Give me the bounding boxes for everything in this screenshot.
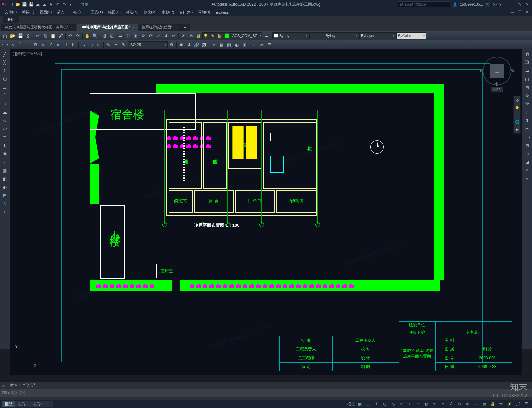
dim-linear-icon[interactable]: ⟷ (1, 41, 9, 48)
circle-icon[interactable]: ○ (1, 100, 9, 108)
arc-icon[interactable]: ⌒ (1, 92, 9, 100)
file-tab-2[interactable]: 氨系统双级流程图*× (138, 24, 181, 31)
doc-close-button[interactable]: ✕ (525, 10, 532, 14)
model-paper-toggle[interactable]: 模型 (347, 401, 355, 407)
web-save-icon[interactable]: ☁ (41, 1, 47, 7)
redo-icon[interactable]: ↷ (74, 32, 81, 39)
dim-angular-icon[interactable]: ∠ (47, 41, 55, 48)
break-icon[interactable]: ⊟ (523, 141, 531, 149)
menu-help[interactable]: 帮助(H) (195, 10, 213, 15)
paste-icon[interactable]: 📋 (49, 32, 57, 39)
rotate-icon[interactable]: ⟳ (523, 100, 531, 108)
new-icon[interactable]: ▢ (8, 1, 14, 7)
ellipse-arc-icon[interactable]: ⊃ (1, 133, 9, 141)
array-icon[interactable]: ⊞ (523, 83, 531, 91)
cycling-icon[interactable]: ⟲ (431, 401, 439, 407)
point-icon[interactable]: · (1, 158, 9, 166)
menu-view[interactable]: 视图(V) (37, 10, 55, 15)
array-icon[interactable]: ⊞ (132, 32, 139, 39)
image-icon[interactable]: 🖼 (200, 41, 208, 48)
color-dropdown[interactable]: ByLayer▾ (272, 32, 309, 39)
file-tab-new[interactable]: + (181, 24, 190, 31)
explode-icon[interactable]: ✧ (523, 175, 531, 183)
grid-toggle-icon[interactable]: ▦ (356, 401, 364, 407)
dim-baseline-icon[interactable]: ⊪ (63, 41, 70, 48)
polar-toggle-icon[interactable]: ◷ (381, 401, 389, 407)
pan-icon[interactable]: ✋ (84, 32, 91, 39)
dim-continue-icon[interactable]: ⊩ (70, 41, 77, 48)
user-icon[interactable]: 👤 (453, 2, 457, 7)
hatch-icon[interactable]: ▨ (225, 41, 233, 48)
qat-dropdown-icon[interactable]: ▾ (68, 1, 74, 7)
tab-model[interactable]: 模型 (2, 401, 15, 407)
group-icon[interactable]: ▦ (218, 41, 225, 48)
layer-lock-icon[interactable]: 🔒 (195, 32, 202, 39)
dim-update-icon[interactable]: ↻ (120, 41, 127, 48)
cut-icon[interactable]: ✂ (34, 32, 41, 39)
app-icon[interactable]: Ⓐ (493, 2, 497, 7)
dim-quick-icon[interactable]: ⇤ (55, 41, 62, 48)
workspace-icon[interactable]: ⚙ (456, 401, 464, 407)
polygon-icon[interactable]: ⬡ (1, 75, 9, 83)
ortho-toggle-icon[interactable]: ⊥ (372, 401, 380, 407)
tolerance-icon[interactable]: ⊕ (87, 41, 95, 48)
close-icon[interactable]: × (71, 25, 73, 29)
dim-ordinate-icon[interactable]: ⊢ (24, 41, 32, 48)
ellipse-icon[interactable]: ⬭ (1, 125, 9, 133)
layer-manager-icon[interactable]: ≣ (263, 32, 270, 39)
trim-icon[interactable]: ✂ (523, 125, 531, 133)
dimstyle-icon[interactable]: ⚙ (168, 41, 175, 48)
join-icon[interactable]: ⊕ (523, 150, 531, 158)
redo-icon[interactable]: ↷ (61, 1, 67, 7)
copy-obj-icon[interactable]: ⿻ (109, 32, 116, 39)
erase-icon[interactable]: 🗑 (101, 32, 108, 39)
insert-icon[interactable]: ⬇ (185, 41, 193, 48)
customize-icon[interactable]: ☰ (522, 401, 530, 407)
chamfer-icon[interactable]: ◢ (523, 158, 531, 166)
open-icon[interactable]: 📂 (9, 32, 16, 39)
file-tab-0[interactable]: 蒸发式冷凝器与压缩机大样图、冷风机*× (1, 24, 76, 31)
lwt-toggle-icon[interactable]: ≡ (414, 401, 422, 407)
open-icon[interactable]: 📂 (15, 1, 21, 7)
menu-edit[interactable]: 编辑(E) (19, 10, 37, 15)
tab-layout1[interactable]: 布局1 (15, 401, 30, 407)
dist-icon[interactable]: ↔ (250, 41, 258, 48)
plot-icon[interactable]: 🖨 (48, 1, 54, 7)
make-block-icon[interactable]: ▣ (1, 150, 9, 158)
copy-icon[interactable]: ⿻ (523, 58, 531, 66)
menu-draw[interactable]: 绘图(D) (106, 10, 123, 15)
gradient-icon[interactable]: ◧ (1, 175, 9, 183)
save-icon[interactable]: 💾 (17, 32, 24, 39)
dim-tedit-icon[interactable]: A (112, 41, 120, 48)
table-icon[interactable]: ⊞ (241, 41, 248, 48)
menu-dim[interactable]: 标注(N) (123, 10, 141, 15)
maximize-button[interactable]: ▢ (515, 1, 523, 7)
spline-icon[interactable]: ∿ (1, 116, 9, 124)
user-name[interactable]: 1505999135... (460, 2, 483, 6)
menu-param[interactable]: 参数(P) (159, 10, 177, 15)
xline-icon[interactable]: ╳ (1, 58, 9, 66)
trim-icon[interactable]: ✂ (170, 32, 177, 39)
revcloud-icon[interactable]: ☁ (1, 108, 9, 116)
center-mark-icon[interactable]: ⊕ (95, 41, 102, 48)
zoom-icon[interactable]: 🔍 (91, 32, 99, 39)
new-icon[interactable]: ▢ (1, 32, 9, 39)
clean-screen-icon[interactable]: ⛶ (514, 401, 522, 407)
menu-window[interactable]: 窗口(W) (177, 10, 195, 15)
offset-icon[interactable]: ◫ (523, 75, 531, 83)
mirror-icon[interactable]: ⇄ (523, 67, 531, 75)
xref-icon[interactable]: 🔗 (193, 41, 200, 48)
cart-icon[interactable]: 🛒 (486, 2, 490, 7)
mirror-icon[interactable]: ⇄ (116, 32, 124, 39)
tab-add[interactable]: + (45, 401, 52, 407)
help-icon[interactable]: ? (499, 2, 501, 6)
dyn-toggle-icon[interactable]: + (406, 401, 414, 407)
dim-radius-icon[interactable]: R (32, 41, 39, 48)
file-tab-1[interactable]: 100吨冷藏库5吨速冻库施工图*× (77, 24, 138, 31)
layer-icon[interactable]: ☀ (180, 32, 187, 39)
menu-file[interactable]: 文件(F) (2, 10, 19, 15)
transparency-icon[interactable]: ◐ (422, 401, 430, 407)
move-icon[interactable]: ✥ (139, 32, 147, 39)
dim-edit-icon[interactable]: ✎ (105, 41, 112, 48)
move-icon[interactable]: ✥ (523, 92, 531, 100)
